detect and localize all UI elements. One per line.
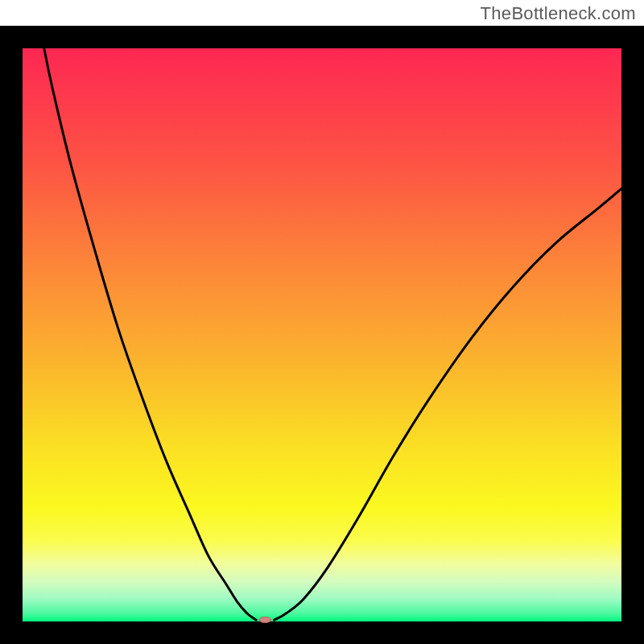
minimum-marker (259, 617, 271, 622)
bottleneck-chart (0, 0, 644, 644)
chart-plot-area (23, 48, 621, 621)
site-citation: TheBottleneck.com (481, 3, 636, 24)
chart-container: TheBottleneck.com (0, 0, 644, 644)
